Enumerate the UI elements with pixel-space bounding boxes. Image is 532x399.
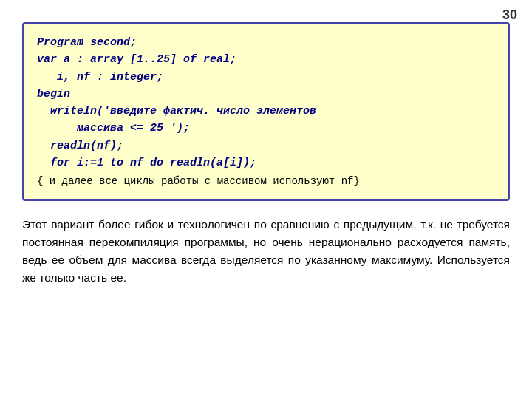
page-number: 30 xyxy=(502,7,517,23)
description-text: Этот вариант более гибок и технологичен … xyxy=(22,218,510,284)
code-box: Program second; var a : array [1..25] of… xyxy=(22,22,510,201)
code-content: Program second; var a : array [1..25] of… xyxy=(37,34,495,171)
code-comment: { и далее все циклы работы с массивом ис… xyxy=(37,174,495,189)
description-block: Этот вариант более гибок и технологичен … xyxy=(22,216,510,287)
